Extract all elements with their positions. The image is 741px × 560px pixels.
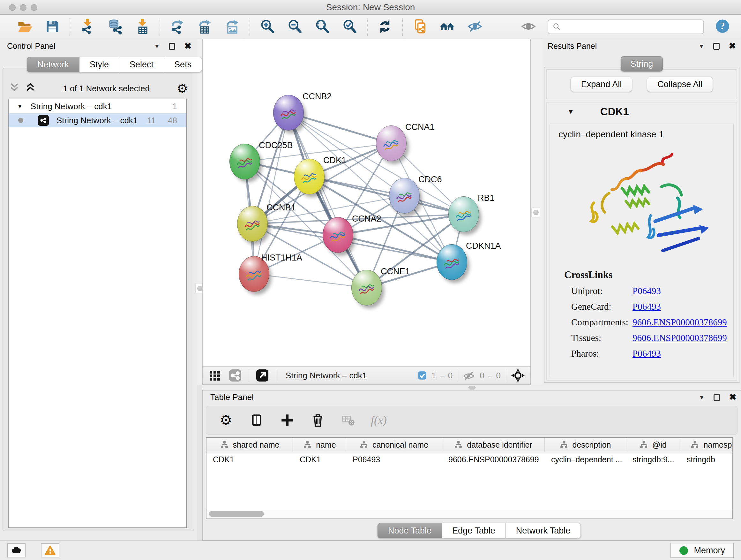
network-options-gear-icon[interactable]: ⚙ [177, 82, 188, 95]
control-panel-float-button[interactable]: ▼ [154, 43, 160, 50]
column-header-name[interactable]: name [293, 438, 346, 452]
selected-checkbox-icon[interactable] [417, 371, 427, 380]
table-cell[interactable]: stringdb [680, 452, 733, 466]
crosslink-link[interactable]: 9606.ENSP00000378699 [632, 317, 727, 327]
node-rb1[interactable] [448, 196, 479, 232]
search-box[interactable] [548, 19, 704, 34]
tab-sets[interactable]: Sets [164, 57, 202, 72]
tab-node-table[interactable]: Node Table [378, 523, 442, 538]
zoom-fit-button[interactable] [314, 18, 331, 35]
gene-section-header[interactable]: ▼ CDK1 [547, 103, 737, 121]
string-home-button[interactable] [439, 18, 456, 35]
right-splitter[interactable] [531, 39, 542, 385]
delete-column-button[interactable] [310, 412, 326, 428]
show-graphics-details-button[interactable] [520, 18, 537, 35]
table-cell[interactable]: 9606.ENSP00000378699 [442, 452, 545, 466]
import-network-database-button[interactable] [107, 18, 123, 35]
expand-all-icon[interactable] [24, 82, 36, 95]
manage-columns-button[interactable] [248, 412, 265, 428]
zoom-in-button[interactable] [259, 18, 276, 35]
column-header-label: namespace [703, 440, 733, 449]
memory-button[interactable]: Memory [670, 543, 734, 558]
network-share-button[interactable] [228, 368, 242, 382]
table-row[interactable]: CDK1CDK1P064939606.ENSP00000378699cyclin… [206, 452, 732, 466]
horizontal-splitter[interactable] [202, 385, 741, 390]
help-button[interactable]: ? [715, 18, 730, 35]
gene-collapse-icon[interactable]: ▼ [567, 108, 574, 116]
node-cdk1[interactable] [294, 159, 325, 194]
column-header-database-identifier[interactable]: database identifier [442, 438, 545, 452]
export-image-button[interactable] [224, 18, 241, 35]
collapse-all-button[interactable]: Collapse All [647, 77, 713, 92]
cloud-button[interactable] [7, 543, 25, 557]
table-hscrollbar-thumb[interactable] [209, 511, 264, 517]
horizontal-splitter-handle[interactable] [468, 386, 475, 389]
import-table-button[interactable] [134, 18, 151, 35]
column-header-description[interactable]: description [545, 438, 626, 452]
node-table[interactable]: shared namenamecanonical namedatabase id… [206, 437, 733, 519]
tree-collapse-icon[interactable]: ▼ [17, 103, 23, 110]
column-header-canonical-name[interactable]: canonical name [346, 438, 442, 452]
hidden-eye-icon[interactable] [462, 369, 475, 382]
create-column-button[interactable] [279, 412, 295, 428]
tab-network-table[interactable]: Network Table [506, 523, 581, 538]
column-header-namespace[interactable]: namespace [680, 438, 733, 452]
table-hscrollbar[interactable] [206, 509, 732, 518]
control-panel-close-button[interactable]: ✖ [184, 42, 192, 51]
node-cdc6[interactable] [389, 178, 420, 213]
table-cell[interactable]: stringdb:9... [626, 452, 680, 466]
zoom-selected-button[interactable] [341, 18, 358, 35]
column-header-id[interactable]: @id [626, 438, 680, 452]
duplicate-network-button[interactable] [412, 18, 428, 35]
column-header-shared-name[interactable]: shared name [206, 438, 293, 452]
warnings-button[interactable] [41, 543, 59, 557]
export-network-button[interactable] [169, 18, 186, 35]
export-table-button[interactable] [197, 18, 213, 35]
right-splitter-handle[interactable] [531, 207, 540, 217]
table-panel-close-button[interactable]: ✖ [729, 393, 736, 401]
tab-select[interactable]: Select [119, 57, 164, 72]
node-cdc25b[interactable] [229, 144, 260, 179]
control-panel-maximize-button[interactable] [169, 43, 175, 50]
table-cell[interactable]: cyclin–dependent ... [545, 452, 626, 466]
table-cell[interactable]: CDK1 [293, 452, 346, 466]
crosslink-link[interactable]: P06493 [632, 301, 661, 312]
node-ccna2[interactable] [323, 217, 353, 253]
tab-string[interactable]: String [621, 56, 663, 71]
table-settings-button[interactable]: ⚙ [218, 412, 234, 428]
open-in-window-button[interactable] [255, 368, 269, 382]
node-label-hist1h1a: HIST1H1A [261, 253, 302, 263]
node-ccnb2[interactable] [273, 95, 304, 131]
refresh-layout-button[interactable] [377, 18, 393, 35]
table-panel-maximize-button[interactable] [714, 394, 720, 401]
node-ccnb1[interactable] [237, 206, 268, 242]
crosslink-link[interactable]: 9606.ENSP00000378699 [632, 333, 727, 343]
search-input[interactable] [563, 22, 699, 32]
tab-edge-table[interactable]: Edge Table [442, 523, 506, 538]
results-panel-float-button[interactable]: ▼ [698, 43, 704, 50]
table-cell[interactable]: CDK1 [206, 452, 293, 466]
open-session-button[interactable] [17, 18, 33, 35]
save-session-button[interactable] [44, 18, 61, 35]
expand-all-button[interactable]: Expand All [570, 77, 632, 92]
table-panel-float-button[interactable]: ▼ [699, 394, 705, 401]
table-cell[interactable]: P06493 [346, 452, 442, 466]
node-ccna1[interactable] [376, 125, 407, 161]
crosslink-link[interactable]: P06493 [632, 348, 661, 359]
network-tree-row[interactable]: String Network – cdk11148 [9, 113, 186, 127]
node-ccne1[interactable] [351, 270, 382, 306]
tab-network[interactable]: Network [27, 57, 79, 72]
crosslink-link[interactable]: P06493 [632, 286, 661, 296]
hide-selected-button[interactable] [467, 18, 483, 35]
fit-selected-crosshair-icon[interactable] [511, 368, 525, 383]
results-panel-maximize-button[interactable] [713, 43, 720, 50]
birds-eye-view-button[interactable] [208, 368, 222, 382]
left-splitter[interactable] [197, 39, 202, 385]
import-network-button[interactable] [79, 18, 96, 35]
network-tree-row[interactable]: ▼ String Network – cdk11 [9, 99, 186, 113]
results-panel-close-button[interactable]: ✖ [729, 42, 736, 51]
tab-style[interactable]: Style [79, 57, 119, 72]
network-canvas[interactable]: CCNB2 CCNA1 CDC25B CDK1 CDC6 RB1 [202, 39, 531, 367]
node-cdkn1a[interactable] [436, 244, 467, 280]
zoom-out-button[interactable] [286, 18, 303, 35]
